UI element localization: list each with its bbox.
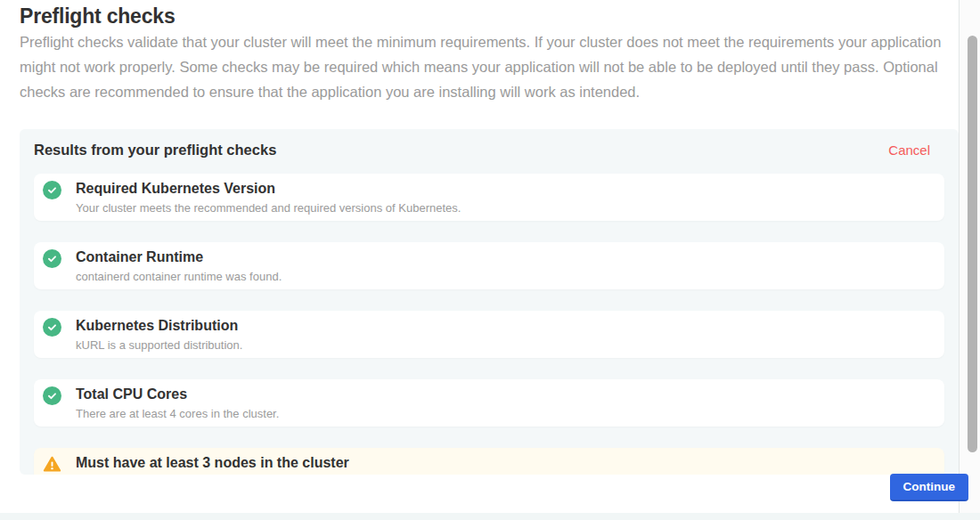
check-row-required-kubernetes-version: Required Kubernetes Version Your cluster… <box>34 174 944 221</box>
scrollbar-thumb[interactable] <box>968 36 977 452</box>
check-circle-icon <box>43 249 61 268</box>
bottom-edge-strip <box>0 513 980 520</box>
check-message: There are at least 4 cores in the cluste… <box>76 407 279 421</box>
check-message: Your cluster meets the recommended and r… <box>76 201 461 215</box>
check-title: Container Runtime <box>76 248 282 266</box>
check-title: Total CPU Cores <box>76 386 279 403</box>
page-title: Preflight checks <box>20 4 175 28</box>
continue-button[interactable]: Continue <box>890 474 969 501</box>
check-title: Required Kubernetes Version <box>76 180 461 198</box>
check-row-container-runtime: Container Runtime containerd container r… <box>34 242 944 289</box>
check-circle-icon <box>43 386 61 405</box>
check-title: Kubernetes Distribution <box>76 317 242 335</box>
check-row-node-count-warning: Must have at least 3 nodes in the cluste… <box>34 448 944 475</box>
check-circle-icon <box>43 318 61 337</box>
check-message: containerd container runtime was found. <box>76 270 282 284</box>
cancel-link[interactable]: Cancel <box>888 142 930 158</box>
check-circle-icon <box>43 181 61 199</box>
check-title: Must have at least 3 nodes in the cluste… <box>76 454 349 472</box>
check-message: kURL is a supported distribution. <box>76 338 242 353</box>
warning-triangle-icon <box>43 455 61 474</box>
preflight-results-panel: Results from your preflight checks Cance… <box>20 129 959 475</box>
check-row-total-cpu-cores: Total CPU Cores There are at least 4 cor… <box>34 379 944 427</box>
page-description: Preflight checks validate that your clus… <box>20 29 953 104</box>
check-row-kubernetes-distribution: Kubernetes Distribution kURL is a suppor… <box>34 311 944 358</box>
scrollbar-track <box>959 0 980 520</box>
results-panel-header: Results from your preflight checks Cance… <box>34 142 944 158</box>
results-panel-title: Results from your preflight checks <box>34 142 276 158</box>
